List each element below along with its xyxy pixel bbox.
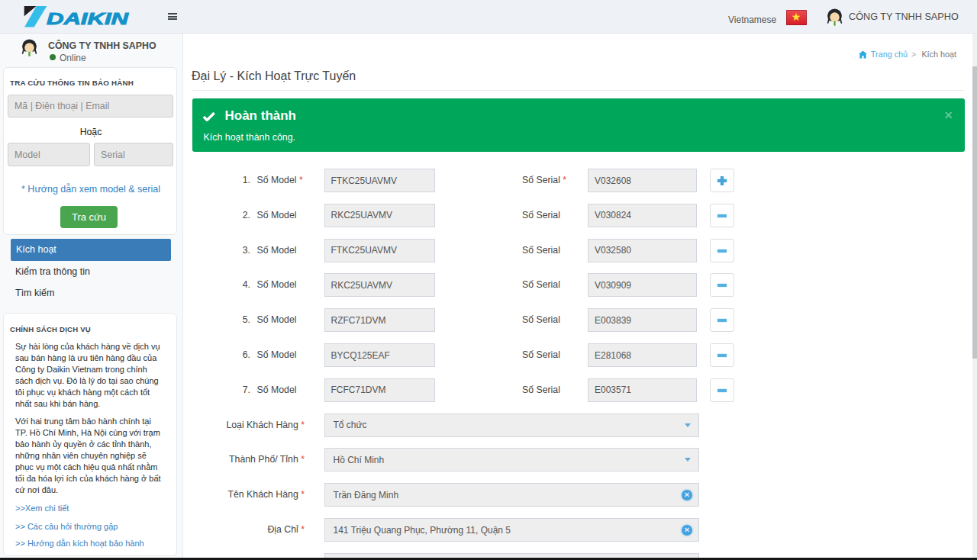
svg-text:DAIKIN: DAIKIN xyxy=(47,9,130,28)
